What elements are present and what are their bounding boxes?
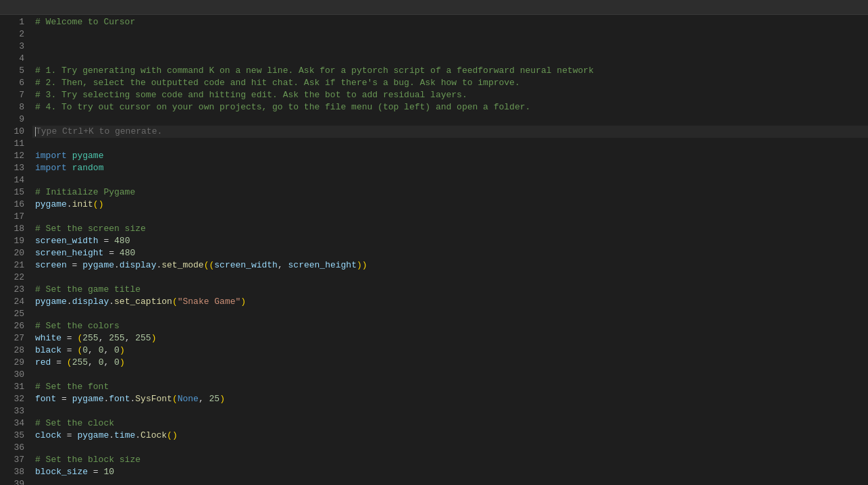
code-line: block_size = 10: [32, 466, 868, 478]
token-paren: (): [93, 199, 104, 211]
token-comment: # 1. Try generating with command K on a …: [35, 65, 594, 77]
token-plain: .: [130, 393, 135, 405]
token-comment: # 4. To try out cursor on your own proje…: [35, 101, 530, 113]
token-var: display: [120, 259, 157, 272]
code-line: # Set the clock: [32, 417, 868, 430]
code-line: [32, 41, 868, 53]
token-comment: # Set the game title: [35, 284, 141, 296]
code-line: [32, 272, 868, 284]
code-line: [32, 308, 868, 320]
token-var: display: [72, 296, 109, 308]
token-comment: # Set the colors: [35, 320, 120, 332]
line-number: 39: [5, 478, 24, 485]
token-paren: (: [77, 332, 82, 344]
token-comment: # Welcome to Cursor: [35, 16, 135, 28]
token-paren: ): [120, 344, 125, 357]
token-plain: =: [88, 466, 103, 478]
token-number: 0: [99, 344, 104, 357]
line-number: 25: [5, 308, 24, 320]
token-var: pygame: [35, 296, 67, 308]
token-string: "Snake Game": [178, 296, 241, 308]
token-var: screen_height: [35, 247, 103, 259]
token-var: clock: [35, 430, 61, 442]
token-number: 255: [109, 332, 124, 344]
code-line: import pygame: [32, 150, 868, 162]
token-plain: ,: [103, 344, 114, 357]
token-func: init: [72, 199, 93, 211]
token-number: 480: [120, 247, 135, 259]
token-plain: ,: [103, 357, 114, 369]
code-line: screen_width = 480: [32, 235, 868, 247]
code-area[interactable]: # Welcome to Cursor# 1. Try generating w…: [32, 15, 868, 485]
token-plain: ,: [88, 357, 99, 369]
token-var: pygame: [82, 259, 114, 272]
line-numbers: 1234567891011121314151617181920212223242…: [0, 15, 32, 485]
editor: 1234567891011121314151617181920212223242…: [0, 15, 868, 485]
token-plain: .: [135, 430, 141, 442]
token-var: screen_width: [35, 235, 99, 247]
line-number: 17: [5, 211, 24, 223]
line-number: 29: [5, 357, 24, 369]
token-var: red: [35, 357, 51, 369]
token-plain: .: [109, 430, 114, 442]
token-plain: .: [109, 296, 114, 308]
token-plain: =: [61, 430, 77, 442]
token-plain: =: [67, 259, 82, 272]
token-comment: # Set the clock: [35, 417, 114, 430]
token-comment: # Set the font: [35, 381, 109, 393]
token-var: screen_width: [214, 259, 278, 272]
line-number: 37: [5, 454, 24, 466]
line-number: 23: [5, 284, 24, 296]
token-comment: # Set the block size: [35, 454, 141, 466]
line-number: 38: [5, 466, 24, 478]
line-number: 18: [5, 223, 24, 235]
token-paren: ): [220, 393, 225, 405]
line-number: 1: [5, 16, 24, 28]
line-number: 22: [5, 272, 24, 284]
token-var: font: [35, 393, 56, 405]
token-plain: .: [67, 296, 72, 308]
line-number: 36: [5, 442, 24, 454]
token-paren: ): [240, 296, 246, 308]
token-var: pygame: [35, 199, 67, 211]
code-line: white = (255, 255, 255): [32, 332, 868, 344]
line-number: 7: [5, 89, 24, 101]
code-line: [32, 174, 868, 186]
token-number: 255: [135, 332, 151, 344]
token-paren: (: [172, 393, 178, 405]
code-line: pygame.init(): [32, 199, 868, 211]
line-number: 31: [5, 381, 24, 393]
code-line: [32, 211, 868, 223]
token-number: 0: [82, 344, 88, 357]
token-plain: ,: [278, 259, 288, 272]
code-line: [32, 28, 868, 41]
token-func: Clock: [141, 430, 167, 442]
code-line: [32, 405, 868, 417]
code-line: pygame.display.set_caption("Snake Game"): [32, 296, 868, 308]
code-line: [32, 53, 868, 65]
token-placeholder: Type Ctrl+K to generate.: [36, 126, 162, 138]
line-number: 20: [5, 247, 24, 259]
token-none: None: [178, 393, 199, 405]
token-keyword: import: [35, 150, 67, 162]
token-plain: =: [51, 357, 66, 369]
line-number: 26: [5, 320, 24, 332]
code-line: # 2. Then, select the outputted code and…: [32, 77, 868, 89]
token-plain: .: [114, 259, 120, 272]
title-bar: [0, 0, 868, 15]
line-number: 12: [5, 150, 24, 162]
line-number: 11: [5, 138, 24, 150]
token-plain: =: [61, 344, 77, 357]
line-number: 30: [5, 369, 24, 381]
token-plain: [67, 150, 72, 162]
line-number: 28: [5, 344, 24, 357]
code-line: [32, 138, 868, 150]
code-line: red = (255, 0, 0): [32, 357, 868, 369]
code-line: # Welcome to Cursor: [32, 16, 868, 28]
line-number: 24: [5, 296, 24, 308]
code-line: [32, 369, 868, 381]
token-var: block_size: [35, 466, 88, 478]
token-plain: =: [56, 393, 72, 405]
line-number: 8: [5, 101, 24, 113]
token-func: set_caption: [114, 296, 172, 308]
